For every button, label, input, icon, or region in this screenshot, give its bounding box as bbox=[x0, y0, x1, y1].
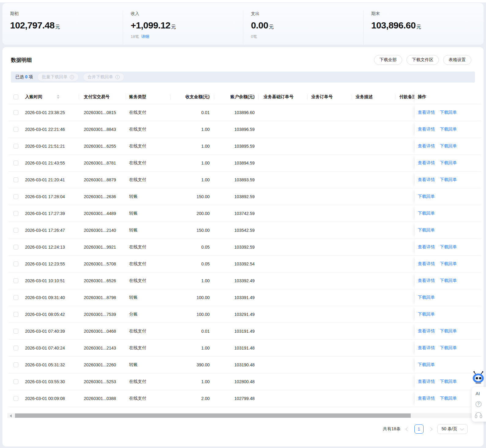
download-receipt-link[interactable]: 下载回单 bbox=[440, 160, 457, 166]
view-detail-link[interactable]: 查看详情 bbox=[418, 278, 435, 283]
download-receipt-link[interactable]: 下载回单 bbox=[440, 244, 457, 250]
download-receipt-link[interactable]: 下载回单 bbox=[440, 110, 457, 115]
ai-assistant-widget: AI bbox=[472, 371, 486, 422]
scroll-left-arrow-icon[interactable] bbox=[10, 414, 12, 417]
download-receipt-link[interactable]: 下载回单 bbox=[418, 362, 435, 368]
row-checkbox[interactable] bbox=[13, 329, 18, 334]
view-detail-link[interactable]: 查看详情 bbox=[418, 177, 435, 183]
row-checkbox[interactable] bbox=[13, 362, 18, 367]
row-checkbox[interactable] bbox=[13, 110, 18, 115]
table-row: 2026-03-01 10:10:5120260301...6526在线支付1.… bbox=[9, 272, 481, 289]
cell-account-type: 在线支付 bbox=[126, 379, 171, 384]
view-detail-link[interactable]: 查看详情 bbox=[418, 110, 435, 115]
column-order: 业务订单号 bbox=[308, 94, 352, 100]
row-checkbox[interactable] bbox=[13, 278, 18, 283]
download-receipt-link[interactable]: 下载回单 bbox=[418, 312, 435, 317]
sort-desc-icon bbox=[57, 97, 59, 99]
row-checkbox[interactable] bbox=[13, 194, 18, 199]
ai-label[interactable]: AI bbox=[476, 391, 486, 396]
row-checkbox[interactable] bbox=[13, 245, 18, 250]
table-row: 2026-03-01 17:28:0420260301...2636转账150.… bbox=[9, 188, 481, 205]
page-size-value: 50 条/页 bbox=[442, 426, 457, 432]
download-receipt-link[interactable]: 下载回单 bbox=[418, 211, 435, 216]
cell-amount: 2.00 bbox=[171, 396, 214, 401]
download-receipt-link[interactable]: 下载回单 bbox=[440, 143, 457, 149]
income-detail-link[interactable]: 详细 bbox=[141, 34, 149, 39]
cell-entry-time: 2026-03-01 17:28:04 bbox=[20, 194, 79, 199]
view-detail-link[interactable]: 查看详情 bbox=[418, 379, 435, 384]
row-checkbox[interactable] bbox=[13, 295, 18, 300]
table-row: 2026-03-01 12:23:5520260301...5708在线支付0.… bbox=[9, 256, 481, 272]
row-checkbox[interactable] bbox=[13, 396, 18, 401]
cell-balance: 103896.60 bbox=[214, 110, 259, 115]
view-detail-link[interactable]: 查看详情 bbox=[418, 143, 435, 149]
view-detail-link[interactable]: 查看详情 bbox=[418, 160, 435, 166]
select-all-checkbox[interactable] bbox=[13, 94, 18, 99]
cell-balance: 103895.59 bbox=[214, 144, 259, 149]
view-detail-link[interactable]: 查看详情 bbox=[418, 328, 435, 334]
download-receipt-link[interactable]: 下载回单 bbox=[440, 278, 457, 283]
download-receipt-link[interactable]: 下载回单 bbox=[440, 127, 457, 132]
summary-amount: 103,896.60 bbox=[371, 20, 416, 30]
download-receipt-link[interactable]: 下载回单 bbox=[440, 328, 457, 334]
view-detail-link[interactable]: 查看详情 bbox=[418, 396, 435, 401]
download-receipt-link[interactable]: 下载回单 bbox=[440, 396, 457, 401]
row-checkbox-cell bbox=[9, 362, 20, 367]
summary-count: 18笔 bbox=[131, 34, 139, 39]
table-body: 2026-03-01 23:38:2520260301...0815在线支付0.… bbox=[9, 104, 481, 407]
view-detail-link[interactable]: 查看详情 bbox=[418, 261, 435, 267]
row-checkbox[interactable] bbox=[13, 228, 18, 233]
scrollbar-thumb[interactable] bbox=[15, 413, 411, 418]
download-receipt-link[interactable]: 下载回单 bbox=[440, 379, 457, 384]
cell-balance: 103191.49 bbox=[214, 329, 259, 334]
customer-service-icon[interactable] bbox=[476, 412, 481, 418]
column-account-type: 账务类型 bbox=[126, 94, 171, 100]
currency-unit: 元 bbox=[55, 24, 60, 29]
page-top-strip bbox=[0, 0, 486, 2]
row-checkbox-cell bbox=[9, 396, 20, 401]
cell-entry-time: 2026-03-01 07:40:39 bbox=[20, 329, 79, 334]
row-checkbox[interactable] bbox=[13, 211, 18, 216]
row-checkbox[interactable] bbox=[13, 161, 18, 165]
download-all-button[interactable]: 下载全部 bbox=[374, 55, 402, 65]
cell-amount: 100.00 bbox=[171, 295, 214, 300]
view-detail-link[interactable]: 查看详情 bbox=[418, 345, 435, 351]
cell-transaction-id: 20260301...9921 bbox=[79, 245, 126, 250]
download-receipt-link[interactable]: 下载回单 bbox=[440, 177, 457, 183]
row-checkbox[interactable] bbox=[13, 261, 18, 266]
cell-entry-time: 2026-03-01 12:23:55 bbox=[20, 261, 79, 266]
row-checkbox-cell bbox=[9, 245, 20, 250]
row-checkbox[interactable] bbox=[13, 379, 18, 384]
row-checkbox[interactable] bbox=[13, 177, 18, 182]
merge-download-receipts-button[interactable]: 合并下载回单 bbox=[83, 73, 124, 81]
row-checkbox[interactable] bbox=[13, 127, 18, 132]
cell-actions: 查看详情下载回单 bbox=[415, 121, 484, 138]
sort-toggle[interactable] bbox=[57, 95, 59, 99]
summary-card: 期初 102,797.48元 收入 +1,099.12元 18笔详细 支出 0.… bbox=[2, 3, 484, 45]
robot-icon[interactable] bbox=[472, 371, 486, 385]
next-page-icon[interactable] bbox=[428, 427, 432, 431]
row-checkbox[interactable] bbox=[13, 312, 18, 317]
cell-amount: 1.00 bbox=[171, 379, 214, 384]
row-checkbox-cell bbox=[9, 346, 20, 350]
cell-amount: 150.00 bbox=[171, 228, 214, 233]
selected-prefix: 已选 bbox=[15, 74, 24, 79]
prev-page-icon[interactable] bbox=[406, 427, 409, 431]
page-number-button[interactable]: 1 bbox=[414, 424, 424, 434]
table-settings-button[interactable]: 表格设置 bbox=[443, 55, 471, 65]
view-detail-link[interactable]: 查看详情 bbox=[418, 244, 435, 250]
page-size-select[interactable]: 50 条/页 bbox=[437, 424, 468, 434]
download-receipt-link[interactable]: 下载回单 bbox=[418, 228, 435, 233]
cell-entry-time: 2026-03-01 17:27:39 bbox=[20, 211, 79, 216]
help-icon[interactable] bbox=[476, 401, 481, 407]
download-receipt-link[interactable]: 下载回单 bbox=[418, 194, 435, 199]
download-receipt-link[interactable]: 下载回单 bbox=[440, 261, 457, 267]
download-file-area-button[interactable]: 下载文件区 bbox=[406, 55, 439, 65]
download-receipt-link[interactable]: 下载回单 bbox=[440, 345, 457, 351]
cell-actions: 查看详情下载回单 bbox=[415, 272, 484, 289]
download-receipt-link[interactable]: 下载回单 bbox=[418, 295, 435, 300]
view-detail-link[interactable]: 查看详情 bbox=[418, 127, 435, 132]
row-checkbox[interactable] bbox=[13, 144, 18, 149]
batch-download-receipts-button[interactable]: 批量下载回单 bbox=[37, 73, 79, 81]
row-checkbox[interactable] bbox=[13, 346, 18, 350]
